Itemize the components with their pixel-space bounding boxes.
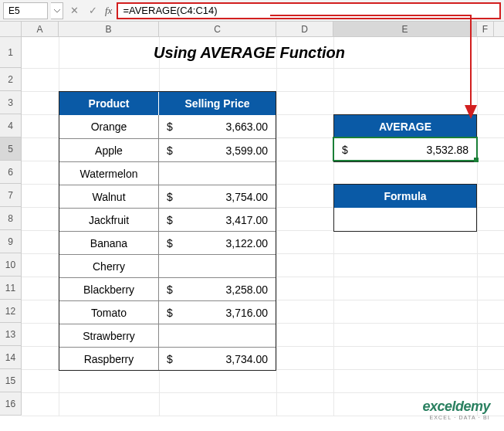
price-cell: $3,734.00 [159, 348, 276, 370]
formula-label: Formula [334, 185, 476, 208]
row-header[interactable]: 15 [0, 369, 21, 392]
table-row[interactable]: Strawberry [59, 324, 276, 347]
row-header[interactable]: 8 [0, 207, 21, 230]
product-cell: Blackberry [59, 278, 159, 300]
formula-box: Formula [333, 184, 477, 232]
table-row[interactable]: Tomato$3,716.00 [59, 300, 276, 324]
price-cell: $3,716.00 [159, 301, 276, 324]
col-header-c[interactable]: C [159, 22, 276, 36]
price-cell: $3,754.00 [159, 185, 276, 208]
row-header[interactable]: 12 [0, 300, 21, 323]
column-headers: A B C D E F [0, 22, 504, 37]
table-row[interactable]: Banana$3,122.00 [59, 231, 276, 254]
product-cell: Tomato [59, 301, 159, 324]
name-box[interactable]: E5 [3, 2, 48, 19]
formula-bar[interactable]: =AVERAGE(C4:C14) [117, 2, 501, 19]
formula-toolbar: E5 ✕ ✓ fx =AVERAGE(C4:C14) [0, 0, 504, 22]
logo-tagline: EXCEL · DATA · BI [422, 415, 490, 420]
table-row[interactable]: Cherry [59, 254, 276, 277]
table-row[interactable]: Jackfruit$3,417.00 [59, 208, 276, 231]
table-header-row: Product Selling Price [59, 92, 276, 115]
chevron-down-icon [54, 8, 60, 13]
average-value: 3,532.88 [353, 144, 468, 156]
table-row[interactable]: Walnut$3,754.00 [59, 185, 276, 208]
row-header[interactable]: 14 [0, 346, 21, 369]
row-header[interactable]: 11 [0, 277, 21, 300]
col-header-d[interactable]: D [276, 22, 333, 36]
row-header[interactable]: 3 [0, 91, 21, 114]
page-title: Using AVERAGE Function [22, 37, 477, 68]
row-header[interactable]: 9 [0, 230, 21, 253]
price-cell [159, 255, 276, 277]
table-row[interactable]: Apple$3,599.00 [59, 138, 276, 161]
product-cell: Orange [59, 115, 159, 138]
row-headers: 1 2 3 4 5 6 7 8 9 10 11 12 13 14 15 16 [0, 37, 22, 416]
row-header[interactable]: 1 [0, 37, 21, 68]
product-cell: Banana [59, 232, 159, 254]
product-cell: Watermelon [59, 162, 159, 185]
table-row[interactable]: Raspberry$3,734.00 [59, 347, 276, 370]
header-price: Selling Price [159, 92, 276, 115]
row-header[interactable]: 10 [0, 253, 21, 277]
product-cell: Cherry [59, 255, 159, 277]
price-cell: $3,663.00 [159, 115, 276, 138]
col-header-e[interactable]: E [333, 22, 477, 36]
formula-empty-cell[interactable] [334, 208, 476, 231]
product-cell: Apple [59, 139, 159, 161]
logo-text: exceldemy [422, 399, 490, 415]
brand-logo: exceldemy EXCEL · DATA · BI [422, 399, 490, 420]
table-row[interactable]: Orange$3,663.00 [59, 115, 276, 138]
product-cell: Walnut [59, 185, 159, 208]
product-table: Product Selling Price Orange$3,663.00App… [59, 91, 276, 371]
table-row[interactable]: Blackberry$3,258.00 [59, 277, 276, 300]
product-cell: Raspberry [59, 348, 159, 370]
average-value-cell[interactable]: $ 3,532.88 [334, 138, 476, 161]
price-cell: $3,599.00 [159, 139, 276, 161]
row-header[interactable]: 6 [0, 161, 21, 184]
average-box: AVERAGE $ 3,532.88 [333, 114, 477, 162]
col-header-f[interactable]: F [477, 22, 494, 36]
name-box-dropdown[interactable] [51, 2, 63, 19]
average-label: AVERAGE [334, 115, 476, 138]
price-cell [159, 162, 276, 185]
col-header-b[interactable]: B [59, 22, 159, 36]
table-row[interactable]: Watermelon [59, 161, 276, 185]
select-all-corner[interactable] [0, 22, 22, 36]
row-header[interactable]: 5 [0, 137, 21, 161]
currency-symbol: $ [342, 144, 353, 156]
fx-icon[interactable]: fx [105, 5, 112, 17]
spreadsheet-grid: A B C D E F 1 2 3 4 5 6 7 8 9 10 11 12 1… [0, 22, 504, 416]
row-header[interactable]: 7 [0, 184, 21, 207]
row-header[interactable]: 16 [0, 392, 21, 416]
row-header[interactable]: 4 [0, 114, 21, 137]
cancel-icon[interactable]: ✕ [66, 3, 82, 19]
row-header[interactable]: 13 [0, 323, 21, 346]
product-cell: Strawberry [59, 324, 159, 347]
product-cell: Jackfruit [59, 209, 159, 231]
price-cell [159, 324, 276, 347]
cell-area[interactable]: Using AVERAGE Function Product Selling P… [22, 37, 504, 416]
col-header-a[interactable]: A [22, 22, 59, 36]
price-cell: $3,417.00 [159, 209, 276, 231]
header-product: Product [59, 92, 159, 115]
enter-icon[interactable]: ✓ [85, 3, 100, 19]
row-header[interactable]: 2 [0, 68, 21, 91]
price-cell: $3,122.00 [159, 232, 276, 254]
price-cell: $3,258.00 [159, 278, 276, 300]
